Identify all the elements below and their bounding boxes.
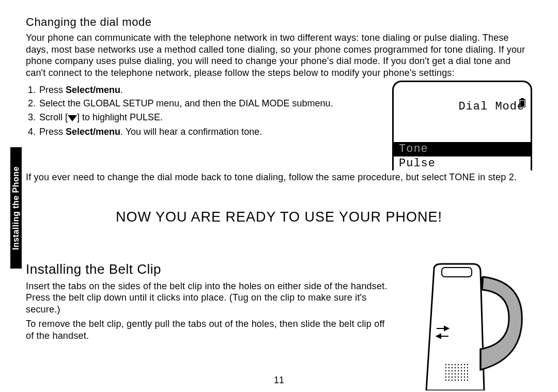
screen-option-pulse: Pulse (394, 156, 531, 171)
svg-point-20 (467, 367, 468, 368)
step-4: Press Select/menu. You will hear a confi… (38, 126, 382, 138)
heading-dial-mode: Changing the dial mode (26, 15, 532, 29)
svg-point-5 (445, 364, 446, 365)
belt-text: Installing the Belt Clip Insert the tabs… (26, 261, 395, 345)
step-4-text-a: Press (39, 127, 66, 137)
belt-p1: Insert the tabs on the sides of the belt… (26, 280, 395, 316)
ready-headline: NOW YOU ARE READY TO USE YOUR PHONE! (26, 209, 532, 225)
step-3-text-b: ] to highlight PULSE. (77, 112, 163, 122)
svg-point-14 (448, 367, 450, 368)
svg-point-17 (458, 367, 459, 368)
svg-point-15 (452, 367, 453, 368)
svg-marker-0 (68, 115, 77, 121)
dial-steps-list: Press Select/menu. Select the GLOBAL SET… (26, 84, 382, 139)
heading-belt-clip: Installing the Belt Clip (26, 261, 395, 277)
step-3-text-a: Scroll [ (39, 112, 68, 122)
down-arrow-icon (68, 112, 77, 124)
svg-point-10 (461, 364, 462, 365)
phone-screen-illustration: Dial Mode Tone Pulse (392, 81, 532, 170)
step-4-bold: Select/menu (66, 127, 120, 137)
dial-steps-area: Press Select/menu. Select the GLOBAL SET… (26, 82, 532, 170)
section-tab: Installing the Phone (10, 147, 22, 269)
screen-title-row: Dial Mode (394, 85, 531, 142)
step-1-text-a: Press (39, 85, 66, 95)
page-number: 11 (0, 375, 558, 386)
belt-p2: To remove the belt clip, gently pull the… (26, 318, 395, 341)
svg-point-31 (452, 373, 453, 374)
dial-intro-paragraph: Your phone can communicate with the tele… (26, 32, 532, 79)
svg-point-27 (464, 370, 465, 371)
battery-icon (488, 86, 525, 122)
dial-note: If you ever need to change the dial mode… (26, 171, 532, 183)
svg-point-8 (455, 364, 456, 365)
svg-point-23 (452, 370, 453, 371)
manual-page: Installing the Phone Changing the dial m… (0, 0, 558, 392)
svg-point-28 (467, 370, 468, 371)
svg-rect-3 (520, 101, 524, 106)
svg-point-21 (445, 370, 446, 371)
belt-clip-illustration (406, 261, 532, 390)
step-1-text-c: . (120, 85, 123, 95)
svg-point-22 (448, 370, 450, 371)
svg-point-33 (458, 373, 459, 374)
svg-point-11 (464, 364, 465, 365)
step-3: Scroll [] to highlight PULSE. (38, 111, 382, 124)
step-4-text-c: . You will hear a confirmation tone. (120, 127, 262, 137)
svg-point-9 (458, 364, 459, 365)
step-1: Press Select/menu. (38, 84, 382, 96)
svg-point-29 (445, 373, 446, 374)
belt-clip-section: Installing the Belt Clip Insert the tabs… (26, 261, 532, 390)
svg-point-25 (458, 370, 459, 371)
svg-point-30 (448, 373, 450, 374)
svg-point-18 (461, 367, 462, 368)
svg-point-19 (464, 367, 465, 368)
svg-point-36 (467, 373, 468, 374)
svg-point-6 (448, 364, 450, 365)
screen-option-tone: Tone (394, 142, 531, 156)
svg-point-35 (464, 373, 465, 374)
svg-point-34 (461, 373, 462, 374)
svg-point-7 (452, 364, 453, 365)
svg-point-16 (455, 367, 456, 368)
step-1-bold: Select/menu (66, 85, 120, 95)
svg-point-24 (455, 370, 456, 371)
svg-point-13 (445, 367, 446, 368)
step-2: Select the GLOBAL SETUP menu, and then t… (38, 97, 382, 109)
svg-point-26 (461, 370, 462, 371)
svg-point-32 (455, 373, 456, 374)
svg-point-12 (467, 364, 468, 365)
